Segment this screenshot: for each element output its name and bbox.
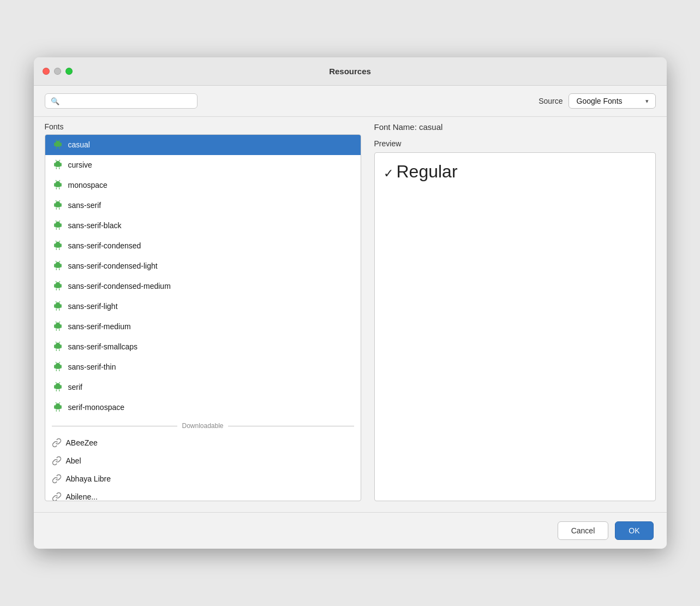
source-dropdown-value: Google Fonts: [577, 97, 623, 105]
android-icon: [52, 260, 64, 272]
font-list-container: casual cursive monospace: [45, 134, 361, 501]
font-item[interactable]: serif: [45, 377, 361, 397]
android-icon: [52, 300, 64, 312]
font-item-label: sans-serif-condensed-light: [68, 262, 158, 270]
svg-point-22: [56, 366, 57, 367]
divider-label: Downloadable: [182, 422, 223, 430]
android-icon: [52, 381, 64, 393]
font-item-label: Abel: [66, 456, 81, 465]
svg-point-16: [56, 305, 57, 306]
font-item-label: serif: [68, 383, 82, 391]
preview-label: Preview: [374, 139, 656, 148]
android-icon: [52, 320, 64, 332]
fonts-section-label: Fonts: [45, 117, 361, 131]
source-row: Source Google Fonts ▾: [539, 93, 655, 109]
font-item-downloadable[interactable]: Abhaya Libre: [45, 470, 361, 488]
svg-point-21: [58, 346, 59, 347]
link-icon: [52, 438, 62, 448]
traffic-lights: [43, 68, 73, 75]
svg-point-2: [56, 164, 57, 165]
android-icon: [52, 341, 64, 353]
svg-point-6: [56, 204, 57, 205]
font-item-label: sans-serif-medium: [68, 322, 131, 331]
font-item-label: casual: [68, 140, 90, 149]
font-item-downloadable[interactable]: Abilene...: [45, 488, 361, 501]
font-item[interactable]: sans-serif-smallcaps: [45, 337, 361, 357]
svg-point-19: [58, 325, 59, 326]
maximize-button[interactable]: [65, 68, 73, 75]
font-item[interactable]: sans-serif-black: [45, 216, 361, 236]
font-list[interactable]: casual cursive monospace: [45, 135, 361, 501]
divider-line: [52, 426, 178, 426]
source-label: Source: [539, 97, 563, 105]
right-panel: Font Name: casual Preview ✓Regular: [361, 117, 656, 501]
svg-point-10: [56, 245, 57, 246]
svg-point-1: [58, 144, 59, 145]
resources-window: Resources 🔍 Source Google Fonts ▾ Fonts: [34, 57, 667, 549]
svg-point-15: [58, 285, 59, 286]
font-item[interactable]: sans-serif-condensed-medium: [45, 276, 361, 296]
android-icon: [52, 139, 64, 151]
preview-box: ✓Regular: [374, 152, 656, 501]
font-item-label: serif-monospace: [68, 403, 125, 412]
font-item[interactable]: sans-serif-condensed-light: [45, 256, 361, 276]
font-item-downloadable[interactable]: ABeeZee: [45, 434, 361, 452]
font-item[interactable]: casual: [45, 135, 361, 155]
font-item-label: sans-serif-light: [68, 302, 118, 311]
svg-point-3: [58, 164, 59, 165]
font-item-label: Abhaya Libre: [66, 474, 111, 483]
svg-point-0: [56, 144, 57, 145]
main-content: Fonts casual cursive: [34, 117, 667, 512]
svg-point-12: [56, 265, 57, 266]
android-icon: [52, 159, 64, 171]
window-title: Resources: [329, 67, 371, 76]
svg-point-27: [58, 406, 59, 407]
source-dropdown[interactable]: Google Fonts ▾: [569, 93, 656, 109]
android-icon: [52, 219, 64, 231]
title-bar: Resources: [34, 57, 667, 86]
preview-text-value: Regular: [397, 162, 458, 181]
close-button[interactable]: [43, 68, 50, 75]
android-icon: [52, 361, 64, 373]
divider-line-right: [228, 426, 354, 426]
search-input[interactable]: [63, 97, 192, 105]
font-item[interactable]: cursive: [45, 155, 361, 175]
android-icon: [52, 179, 64, 191]
checkmark-icon: ✓: [384, 167, 393, 180]
svg-point-24: [56, 386, 57, 387]
font-item-label: Abilene...: [66, 492, 98, 501]
font-item-downloadable[interactable]: Abel: [45, 452, 361, 470]
svg-point-8: [56, 224, 57, 225]
cancel-button[interactable]: Cancel: [558, 521, 609, 540]
font-item-label: monospace: [68, 181, 107, 189]
svg-point-18: [56, 325, 57, 326]
link-icon: [52, 456, 62, 466]
footer: Cancel OK: [34, 512, 667, 549]
font-item-label: ABeeZee: [66, 438, 98, 447]
font-item[interactable]: sans-serif-condensed: [45, 236, 361, 256]
svg-point-7: [58, 204, 59, 205]
font-item-label: sans-serif: [68, 201, 101, 210]
svg-point-17: [58, 305, 59, 306]
chevron-down-icon: ▾: [645, 98, 649, 105]
font-name-header: Font Name: casual: [374, 122, 656, 132]
svg-point-4: [56, 184, 57, 185]
font-item-label: sans-serif-smallcaps: [68, 342, 138, 351]
android-icon: [52, 240, 64, 252]
svg-point-5: [58, 184, 59, 185]
font-item[interactable]: sans-serif: [45, 195, 361, 216]
font-item[interactable]: sans-serif-light: [45, 296, 361, 317]
svg-point-13: [58, 265, 59, 266]
svg-point-11: [58, 245, 59, 246]
font-item[interactable]: sans-serif-thin: [45, 357, 361, 377]
search-box[interactable]: 🔍: [45, 93, 198, 109]
font-item[interactable]: sans-serif-medium: [45, 317, 361, 337]
section-divider: Downloadable: [45, 418, 361, 434]
minimize-button[interactable]: [54, 68, 61, 75]
ok-button[interactable]: OK: [615, 521, 653, 540]
font-item[interactable]: serif-monospace: [45, 397, 361, 418]
preview-text: ✓Regular: [384, 162, 458, 182]
font-item-label: sans-serif-condensed: [68, 241, 141, 250]
font-item[interactable]: monospace: [45, 175, 361, 195]
font-item-label: sans-serif-condensed-medium: [68, 282, 171, 290]
